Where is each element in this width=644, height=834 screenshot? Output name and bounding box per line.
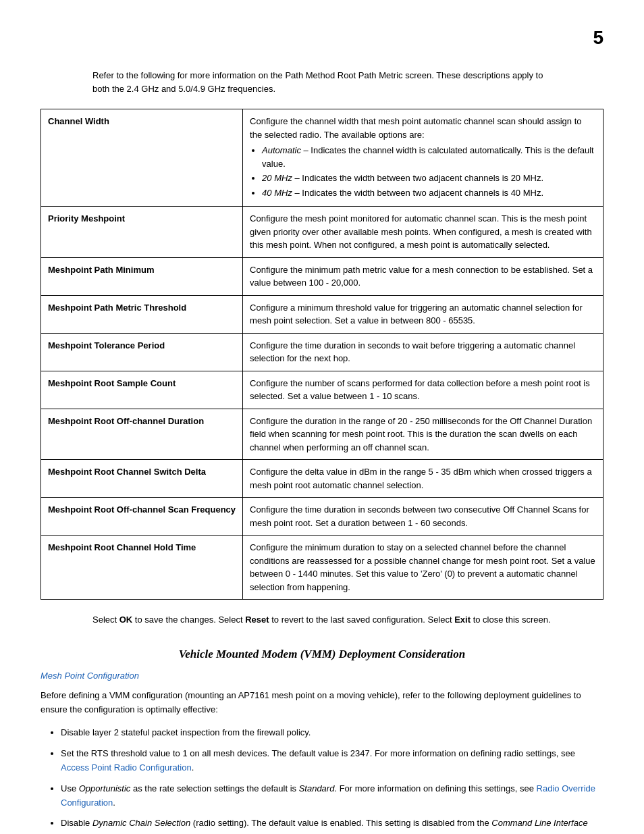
- table-cell-desc: Configure the duration in the range of 2…: [243, 409, 603, 460]
- table-cell-label: Meshpoint Path Metric Threshold: [41, 295, 243, 333]
- table-cell-desc: Configure the delta value in dBm in the …: [243, 460, 603, 498]
- vmm-body-text: Before defining a VMM configuration (mou…: [41, 689, 603, 717]
- list-item: Disable layer 2 stateful packet inspecti…: [61, 726, 603, 740]
- table-cell-desc: Configure the time duration in seconds b…: [243, 498, 603, 536]
- table-cell-desc: Configure the minimum duration to stay o…: [243, 536, 603, 600]
- mesh-point-config-link[interactable]: Mesh Point Configuration: [41, 671, 139, 681]
- vmm-bullet-list: Disable layer 2 stateful packet inspecti…: [61, 726, 603, 834]
- table-cell-label: Meshpoint Root Channel Switch Delta: [41, 460, 243, 498]
- vmm-section-title: Vehicle Mounted Modem (VMM) Deployment C…: [41, 648, 603, 661]
- mesh-point-link-block: Mesh Point Configuration: [41, 671, 603, 681]
- list-item: Disable Dynamic Chain Selection (radio s…: [61, 816, 603, 834]
- save-instructions: Select OK to save the changes. Select Re…: [92, 613, 552, 627]
- intro-paragraph: Refer to the following for more informat…: [92, 69, 552, 95]
- table-cell-desc: Configure a minimum threshold value for …: [243, 295, 603, 333]
- access-point-radio-link[interactable]: Access Point Radio Configuration: [61, 762, 192, 773]
- config-table: Channel WidthConfigure the channel width…: [41, 109, 603, 600]
- table-cell-label: Meshpoint Root Off-channel Duration: [41, 409, 243, 460]
- table-cell-label: Meshpoint Root Channel Hold Time: [41, 536, 243, 600]
- table-cell-label: Channel Width: [41, 109, 243, 207]
- table-cell-desc: Configure the number of scans performed …: [243, 371, 603, 409]
- table-cell-desc: Configure the minimum path metric value …: [243, 257, 603, 295]
- table-cell-label: Priority Meshpoint: [41, 207, 243, 258]
- table-cell-label: Meshpoint Root Sample Count: [41, 371, 243, 409]
- table-cell-desc: Configure the mesh point monitored for a…: [243, 207, 603, 258]
- table-cell-label: Meshpoint Path Minimum: [41, 257, 243, 295]
- table-cell-desc: Configure the channel width that mesh po…: [243, 109, 603, 207]
- table-cell-label: Meshpoint Root Off-channel Scan Frequenc…: [41, 498, 243, 536]
- list-item: Use Opportunistic as the rate selection …: [61, 782, 603, 810]
- page-number: 5: [41, 27, 603, 49]
- table-cell-label: Meshpoint Tolerance Period: [41, 333, 243, 371]
- table-cell-desc: Configure the time duration in seconds t…: [243, 333, 603, 371]
- list-item: Set the RTS threshold value to 1 on all …: [61, 747, 603, 775]
